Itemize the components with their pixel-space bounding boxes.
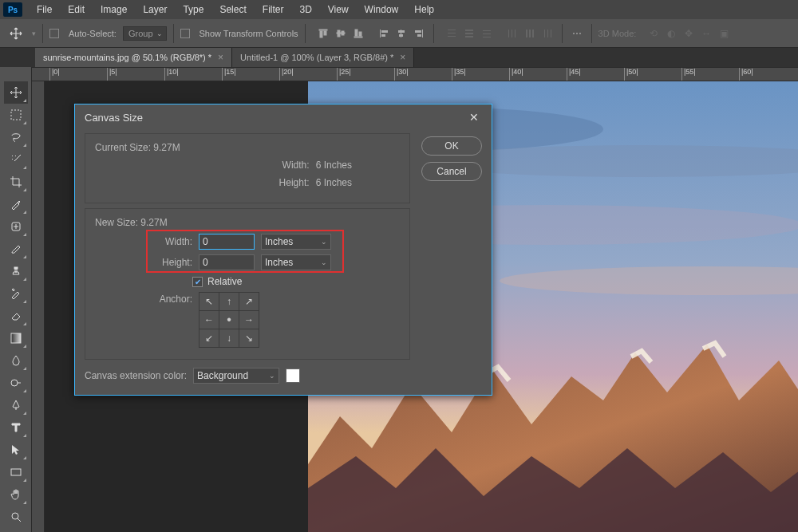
auto-select-label: Auto-Select: [69,29,117,38]
anchor-s[interactable]: ↓ [219,329,239,347]
svg-rect-30 [526,30,527,37]
ok-button[interactable]: OK [421,136,482,156]
align-vcenter-icon[interactable] [333,26,349,41]
current-height-label: Height: [279,177,310,188]
anchor-e[interactable]: → [239,311,259,329]
new-width-label: Width: [148,236,192,247]
anchor-nw[interactable]: ↖ [200,293,219,310]
menu-file[interactable]: File [29,4,60,15]
width-unit-dropdown[interactable]: Inches⌄ [261,234,331,250]
align-left-icon[interactable] [376,26,392,41]
cancel-button[interactable]: Cancel [421,162,482,181]
distribute-hcenter-icon [522,26,538,41]
close-tab-icon[interactable]: × [400,52,405,63]
menu-edit[interactable]: Edit [60,4,93,15]
align-hcenter-icon[interactable] [393,26,409,41]
show-transform-label: Show Transform Controls [200,29,298,38]
pen-tool[interactable] [4,394,28,416]
magic-wand-tool[interactable] [4,148,28,171]
close-icon[interactable]: ✕ [466,111,482,124]
rectangle-tool[interactable] [4,461,28,483]
3d-pan-icon: ✥ [681,26,697,41]
menu-layer[interactable]: Layer [135,4,175,15]
current-size-label: Current Size: 9.27M [95,142,400,153]
menu-image[interactable]: Image [93,4,135,15]
hand-tool[interactable] [4,483,28,506]
lasso-tool[interactable] [4,126,28,148]
gradient-tool[interactable] [4,327,28,349]
svg-rect-32 [532,30,534,37]
distribute-right-icon [539,26,555,41]
anchor-center[interactable]: • [219,311,239,329]
dodge-tool[interactable] [4,372,28,394]
height-input[interactable] [199,254,255,270]
relative-label: Relative [207,276,242,287]
show-transform-checkbox[interactable] [180,29,190,38]
anchor-sw[interactable]: ↙ [200,329,219,347]
svg-rect-2 [324,31,326,35]
svg-rect-7 [355,30,358,36]
healing-brush-tool[interactable] [4,215,28,238]
svg-rect-39 [11,333,21,343]
path-selection-tool[interactable] [4,439,28,461]
doc-tab-2[interactable]: Untitled-1 @ 100% (Layer 3, RGB/8#) * × [232,48,414,67]
history-brush-tool[interactable] [4,282,28,305]
anchor-w[interactable]: ← [200,311,219,329]
anchor-ne[interactable]: ↗ [239,293,259,310]
dialog-title: Canvas Size [85,112,143,124]
toolbox [0,67,32,532]
auto-select-dropdown[interactable]: Group⌄ [123,26,167,41]
menu-type[interactable]: Type [175,4,211,15]
doc-tab-1[interactable]: sunrise-mountains.jpg @ 50.1% (RGB/8*) *… [35,48,232,67]
auto-select-checkbox[interactable] [49,29,59,38]
menu-window[interactable]: Window [357,4,407,15]
blur-tool[interactable] [4,349,28,372]
svg-rect-1 [320,31,322,37]
more-options-icon[interactable]: ⋯ [569,26,585,41]
distribute-top-icon [444,26,460,41]
extension-color-swatch[interactable] [286,368,300,383]
document-tabs: sunrise-mountains.jpg @ 50.1% (RGB/8*) *… [0,48,798,67]
svg-rect-35 [551,30,551,37]
crop-tool[interactable] [4,171,28,193]
menu-3d[interactable]: 3D [291,4,319,15]
current-size-group: Current Size: 9.27M Width:6 Inches Heigh… [85,133,410,203]
svg-rect-10 [381,30,388,33]
close-tab-icon[interactable]: × [218,52,223,63]
current-width-value: 6 Inches [316,160,352,171]
extension-color-label: Canvas extension color: [85,370,187,381]
align-right-icon[interactable] [411,26,427,41]
extension-color-dropdown[interactable]: Background⌄ [193,368,279,384]
align-top-icon[interactable] [315,26,331,41]
eyedropper-tool[interactable] [4,193,28,215]
new-height-label: Height: [148,257,192,268]
relative-checkbox[interactable]: ✔ [192,277,203,287]
distribute-vcenter-icon [461,26,477,41]
ruler-vertical [32,81,45,532]
menu-view[interactable]: View [320,4,357,15]
eraser-tool[interactable] [4,305,28,327]
zoom-tool[interactable] [4,506,28,528]
menu-select[interactable]: Select [211,4,254,15]
menu-help[interactable]: Help [406,4,442,15]
ruler-horizontal: |0| |5| |10| |15| |20| |25| |30| |35| |4… [32,67,798,81]
width-input[interactable] [199,234,255,250]
3d-roll-icon: ◐ [663,26,679,41]
svg-rect-33 [544,30,545,37]
type-tool[interactable] [4,416,28,439]
height-unit-dropdown[interactable]: Inches⌄ [261,254,331,270]
menu-filter[interactable]: Filter [255,4,292,15]
svg-rect-17 [417,34,421,37]
svg-rect-20 [448,36,456,37]
brush-tool[interactable] [4,238,28,260]
svg-rect-31 [529,30,531,37]
clone-stamp-tool[interactable] [4,260,28,282]
align-bottom-icon[interactable] [350,26,366,41]
anchor-se[interactable]: ↘ [239,329,259,347]
anchor-n[interactable]: ↑ [219,293,239,310]
svg-rect-0 [319,30,327,30]
marquee-tool[interactable] [4,104,28,126]
svg-rect-5 [342,31,344,35]
move-tool[interactable] [4,81,28,104]
svg-rect-26 [483,37,491,37]
